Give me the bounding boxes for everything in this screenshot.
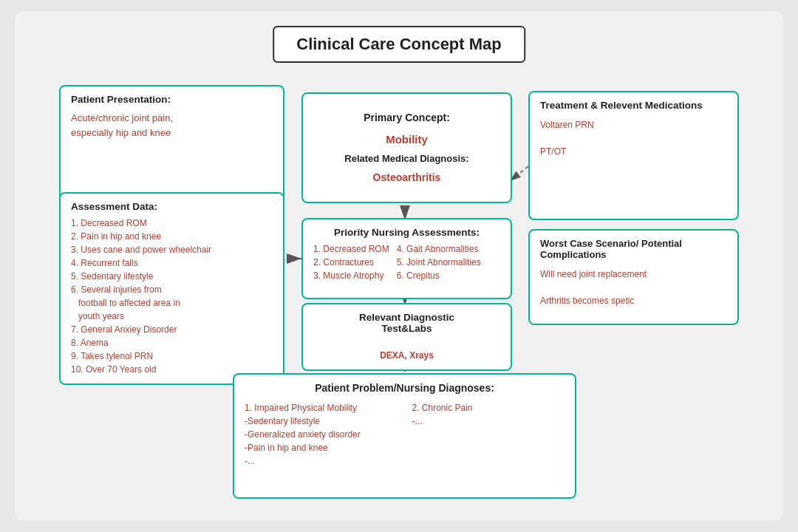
nursing-diagnoses-title: Patient Problem/Nursing Diagnoses:	[245, 382, 565, 394]
priority-nursing-right: 4. Gait Abnormalities 5. Joint Abnormali…	[397, 242, 481, 282]
nursing-diagnoses-left: 1. Impaired Physical Mobility -Sedentary…	[245, 401, 398, 468]
diagnostic-box: Relevant DiagnosticTest&Labs DEXA, Xrays	[301, 303, 512, 371]
patient-presentation-title: Patient Presentation:	[71, 94, 273, 105]
canvas: Clinical Care Concept Map Patient Presen…	[15, 11, 783, 521]
assessment-data-title: Assessment Data:	[71, 201, 273, 212]
diagnostic-title: Relevant DiagnosticTest&Labs	[359, 312, 454, 334]
worst-case-box: Worst Case Scenario/ PotentialComplicati…	[528, 229, 739, 325]
priority-nursing-left: 1. Decreased ROM 2. Contractures 3. Musc…	[313, 242, 389, 282]
worst-case-content: Will need joint replacement Arthritis be…	[540, 267, 727, 307]
diagnostic-content: DEXA, Xrays	[380, 349, 434, 362]
worst-case-title: Worst Case Scenario/ PotentialComplicati…	[540, 238, 727, 260]
treatment-title: Treatment & Relevent Medications	[540, 100, 727, 111]
page-title: Clinical Care Concept Map	[273, 26, 525, 63]
priority-nursing-box: Priority Nursing Assessments: 1. Decreas…	[301, 218, 512, 299]
svg-line-6	[510, 166, 528, 181]
assessment-data-content: 1. Decreased ROM 2. Pain in hip and knee…	[71, 216, 273, 376]
primary-concept-box: Primary Concept: Mobility Related Medica…	[301, 92, 512, 203]
primary-concept-label1: Primary Concept:	[364, 110, 450, 126]
patient-presentation-box: Patient Presentation: Acute/chronic join…	[59, 85, 284, 203]
nursing-diagnoses-right: 2. Chronic Pain -...	[412, 401, 565, 468]
assessment-data-box: Assessment Data: 1. Decreased ROM 2. Pai…	[59, 192, 284, 385]
primary-concept-diagnosis: Osteoarthritis	[373, 170, 441, 185]
treatment-box: Treatment & Relevent Medications Voltare…	[528, 91, 739, 220]
patient-presentation-content: Acute/chronic joint pain,especially hip …	[71, 111, 273, 140]
primary-concept-mobility: Mobility	[386, 132, 428, 149]
priority-nursing-title: Priority Nursing Assessments:	[313, 227, 500, 238]
nursing-diagnoses-box: Patient Problem/Nursing Diagnoses: 1. Im…	[233, 373, 576, 499]
treatment-content: Voltaren PRN PT/OT	[540, 118, 727, 158]
primary-concept-label3: Related Medical Diagnosis:	[344, 151, 468, 166]
